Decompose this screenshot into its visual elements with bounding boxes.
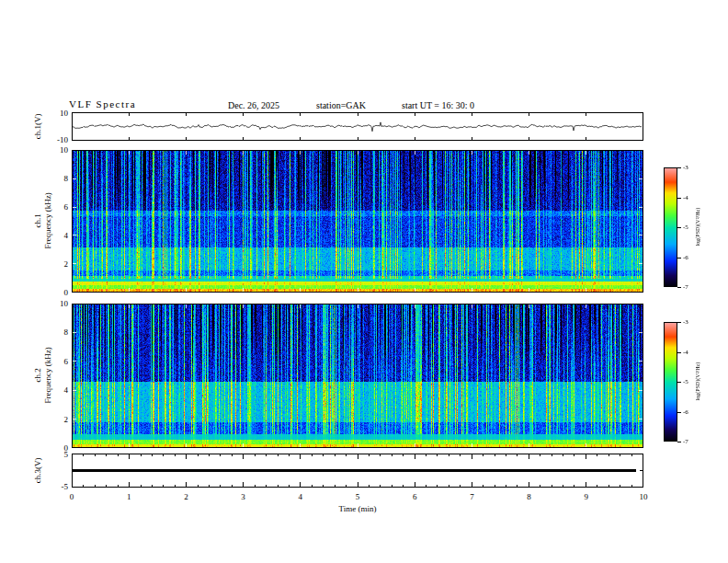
spec2-ytick-label: 6 [46,357,68,366]
colorbar-tick-mark [677,382,681,383]
spec2-ytick-label: 4 [46,385,68,395]
colorbar1-canvas [664,167,677,287]
ch1-frequency-label: Frequency (kHz) [43,192,53,248]
x-tick-label: 10 [634,492,653,501]
colorbar-tick-label: -6 [683,408,688,416]
colorbar-tick-label: -5 [683,224,688,231]
spec1-ytick-label: 0 [46,288,68,297]
colorbar-tick-mark [677,287,681,288]
ch3-ytick-label: -5 [46,482,68,491]
x-tick-label: 1 [119,492,138,501]
colorbar-tick-label: -7 [683,283,688,291]
x-tick-label: 8 [520,492,539,501]
colorbar-tick-mark [677,167,681,168]
spec2-ytick-label: 2 [46,415,68,424]
x-tick-label: 6 [405,492,424,501]
ch3-waveform-canvas [72,454,643,488]
colorbar-tick-mark [677,258,681,259]
ch1-waveform-canvas [72,112,643,141]
x-tick-label: 3 [234,492,253,501]
vlf-spectra-figure: VLF Spectra Dec. 26, 2025 station=GAK st… [0,0,728,563]
colorbar-tick-mark [677,352,681,353]
x-tick-label: 9 [577,492,596,501]
colorbar-tick-label: -4 [683,349,688,356]
spec2-ytick-label: 8 [46,327,68,337]
x-tick-label: 5 [348,492,367,501]
colorbar-tick-label: -4 [683,194,688,201]
start-ut-label: start UT = 16: 30: 0 [402,100,474,110]
ch1-channel-label: ch.1 [33,192,43,248]
x-tick-label: 2 [176,492,195,501]
colorbar-tick-mark [677,198,681,199]
spec2-ytick-label: 10 [46,299,68,308]
date-label: Dec. 26, 2025 [228,100,279,110]
ch2-spectrogram-canvas [72,304,643,448]
colorbar-tick-mark [677,227,681,228]
figure-title: VLF Spectra [69,98,136,109]
x-tick-label: 4 [291,492,310,501]
spec1-ytick-label: 8 [46,174,68,183]
spec1-ytick-label: 10 [46,145,68,155]
x-tick-label: 7 [462,492,481,501]
colorbar-tick-label: -6 [683,254,688,261]
ch3-ytick-label: 5 [46,450,68,459]
colorbar-tick-label: -5 [683,378,688,385]
colorbar-tick-label: -7 [683,438,688,445]
ch1-spectrogram-canvas [72,150,643,293]
colorbar-tick-mark [677,412,681,413]
colorbar-tick-label: -3 [683,318,688,326]
spec1-ytick-label: 6 [46,202,68,212]
wave-ytick-label: -10 [46,135,68,144]
ch2-channel-label: ch.2 [33,347,43,403]
colorbar-tick-mark [677,442,681,442]
station-label: station=GAK [316,100,366,110]
x-tick-label: 0 [63,492,81,501]
colorbar-tick-label: -3 [683,164,688,171]
wave-ytick-label: 10 [46,109,68,118]
time-axis-label: Time (min) [321,504,394,513]
colorbar-tick-mark [677,322,681,323]
spec1-ytick-label: 2 [46,259,68,269]
ch2-frequency-label: Frequency (kHz) [43,347,53,403]
colorbar2-canvas [664,322,677,442]
spec1-ytick-label: 4 [46,231,68,240]
